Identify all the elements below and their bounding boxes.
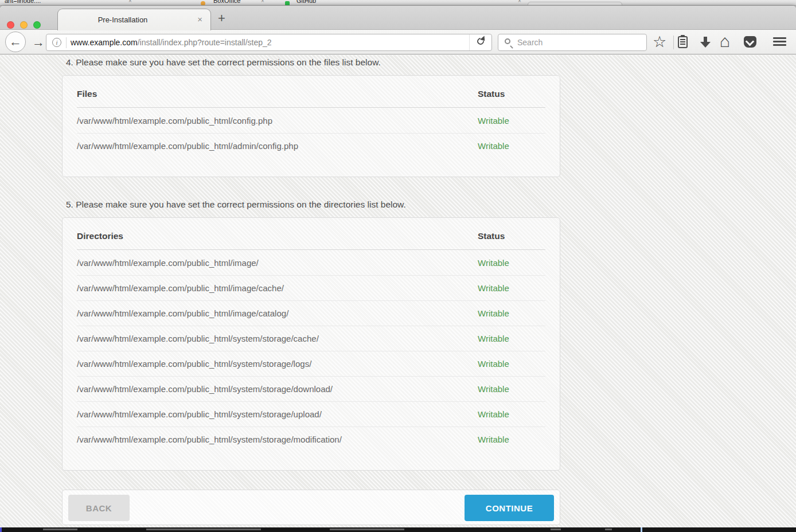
url-text: www.example.com/install/index.php?route=… — [71, 38, 272, 47]
site-info-icon[interactable]: i — [52, 38, 61, 47]
terminal-edge-mark — [0, 527, 2, 532]
files-panel: Files Status /var/www/html/example.com/p… — [62, 75, 560, 177]
download-arrow-stem — [704, 37, 707, 42]
path-cell: /var/www/html/example.com/public_html/sy… — [77, 384, 478, 394]
path-cell: /var/www/html/example.com/public_html/im… — [77, 258, 478, 268]
close-icon: × — [518, 0, 521, 4]
status-cell: Writable — [478, 334, 545, 343]
directories-table-header: Directories Status — [77, 222, 545, 250]
pocket-icon[interactable] — [744, 36, 756, 48]
status-cell: Writable — [478, 258, 545, 268]
tab-close-icon[interactable]: × — [197, 14, 202, 24]
table-row: /var/www/html/example.com/public_html/im… — [77, 275, 545, 300]
back-step-button[interactable]: BACK — [68, 495, 130, 521]
terminal-edge-mark — [641, 527, 642, 532]
reload-button[interactable] — [477, 38, 486, 47]
path-cell: /var/www/html/example.com/public_html/sy… — [77, 359, 478, 369]
column-header-files: Files — [77, 89, 478, 99]
status-cell: Writable — [478, 435, 545, 444]
status-cell: Writable — [478, 141, 545, 151]
table-row: /var/www/html/example.com/public_html/sy… — [77, 427, 545, 452]
boxoffice-favicon-icon — [201, 1, 205, 6]
path-cell: /var/www/html/example.com/public_html/sy… — [77, 334, 478, 343]
status-cell: Writable — [478, 283, 545, 293]
column-header-status: Status — [478, 231, 545, 241]
actions-panel: BACK CONTINUE — [62, 490, 560, 525]
column-header-status: Status — [478, 89, 545, 99]
page-content: 4. Please make sure you have set the cor… — [0, 55, 796, 527]
step5-heading: 5. Please make sure you have set the cor… — [66, 200, 560, 210]
status-cell: Writable — [478, 384, 545, 394]
path-cell: /var/www/html/example.com/public_html/co… — [77, 116, 478, 126]
text-smudge — [146, 529, 261, 530]
text-smudge — [605, 529, 612, 530]
divider — [66, 37, 67, 48]
github-favicon-icon — [285, 1, 290, 6]
url-host: www.example.com — [71, 38, 138, 47]
path-cell: /var/www/html/example.com/public_html/im… — [77, 308, 478, 318]
background-tab-label: GitHub — [296, 0, 316, 4]
downloads-icon[interactable] — [700, 37, 711, 48]
table-row: /var/www/html/example.com/public_html/sy… — [77, 401, 545, 427]
browser-window: Pre-Installation × + ← → i www.example.c… — [0, 6, 796, 527]
background-tab-label: ant=linode.... — [5, 0, 41, 4]
bookmark-star-icon[interactable]: ☆ — [653, 33, 666, 57]
background-terminal-strip — [0, 527, 796, 532]
path-cell: /var/www/html/example.com/public_html/ad… — [77, 141, 478, 151]
directories-panel: Directories Status /var/www/html/example… — [62, 217, 560, 471]
search-placeholder: Search — [517, 38, 543, 47]
path-cell: /var/www/html/example.com/public_html/sy… — [77, 409, 478, 419]
status-cell: Writable — [478, 409, 545, 419]
reading-list-icon[interactable] — [678, 36, 688, 48]
table-row: /var/www/html/example.com/public_html/sy… — [77, 351, 545, 376]
table-row: /var/www/html/example.com/public_html/sy… — [77, 376, 545, 401]
search-input[interactable]: Search — [498, 34, 647, 51]
back-arrow-icon: ← — [9, 34, 22, 49]
status-cell: Writable — [478, 308, 545, 318]
zoom-window-button[interactable] — [33, 21, 41, 29]
status-cell: Writable — [478, 116, 545, 126]
path-cell: /var/www/html/example.com/public_html/sy… — [77, 435, 478, 444]
table-row: /var/www/html/example.com/public_html/im… — [77, 250, 545, 275]
tab-bar: Pre-Installation × + — [0, 6, 796, 30]
table-row: /var/www/html/example.com/public_html/sy… — [77, 326, 545, 351]
column-header-directories: Directories — [77, 231, 478, 241]
menu-icon[interactable] — [773, 37, 786, 48]
url-path: /install/index.php?route=install/step_2 — [138, 38, 272, 47]
tab-pre-installation[interactable]: Pre-Installation × — [57, 9, 211, 30]
forward-button[interactable]: → — [32, 35, 45, 50]
search-icon — [505, 38, 510, 44]
divider — [469, 34, 470, 50]
close-window-button[interactable] — [7, 21, 14, 29]
close-icon: × — [261, 0, 264, 4]
background-tab-label: BoxOffice — [213, 0, 241, 4]
table-row: /var/www/html/example.com/public_html/ad… — [77, 133, 545, 158]
url-bar[interactable]: i www.example.com/install/index.php?rout… — [46, 34, 492, 51]
home-icon[interactable]: ⌂ — [720, 32, 730, 51]
directories-table-body: /var/www/html/example.com/public_html/im… — [77, 250, 545, 452]
navigation-toolbar: ← → i www.example.com/install/index.php?… — [0, 30, 796, 54]
files-table-body: /var/www/html/example.com/public_html/co… — [77, 108, 545, 158]
background-window-tabstrip: ant=linode.... × BoxOffice × GitHub × — [0, 0, 796, 6]
text-smudge — [551, 529, 561, 530]
table-row: /var/www/html/example.com/public_html/co… — [77, 108, 545, 133]
divider — [673, 36, 674, 49]
table-row: /var/www/html/example.com/public_html/im… — [77, 300, 545, 326]
text-smudge — [330, 529, 404, 530]
tab-title: Pre-Installation — [58, 15, 188, 24]
path-cell: /var/www/html/example.com/public_html/im… — [77, 283, 478, 293]
background-active-tab — [528, 2, 622, 6]
status-cell: Writable — [478, 359, 545, 369]
text-smudge — [43, 529, 77, 530]
continue-button[interactable]: CONTINUE — [465, 495, 554, 521]
step4-heading: 4. Please make sure you have set the cor… — [66, 57, 560, 68]
minimize-window-button[interactable] — [20, 21, 28, 29]
new-tab-button[interactable]: + — [218, 13, 225, 24]
back-button[interactable]: ← — [5, 32, 26, 52]
close-icon: × — [128, 0, 132, 4]
files-table-header: Files Status — [77, 80, 545, 108]
download-arrow-head — [700, 42, 711, 48]
